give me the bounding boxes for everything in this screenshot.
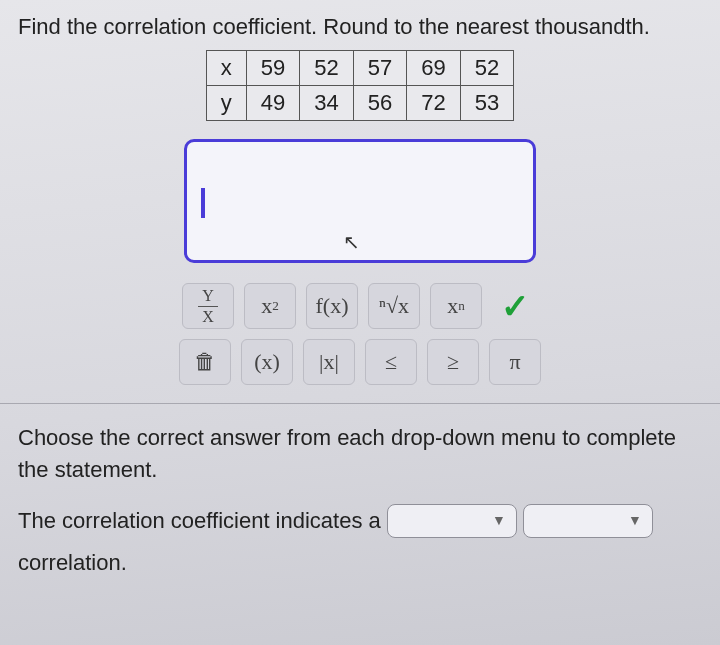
sentence-part-1: The correlation coefficient indicates a — [18, 500, 381, 542]
row-label-x: x — [206, 51, 246, 86]
fraction-button[interactable]: Y X — [182, 283, 234, 329]
cell: 52 — [300, 51, 353, 86]
math-toolbar: Y X x2 f(x) ⁿ√x xn ✓ 🗑 (x) |x| ≤ ≥ π — [18, 283, 702, 385]
x-squared-button[interactable]: x2 — [244, 283, 296, 329]
answer-input[interactable]: ↖ — [184, 139, 536, 263]
parentheses-button[interactable]: (x) — [241, 339, 293, 385]
section-divider — [0, 403, 720, 404]
table-row: y 49 34 56 72 53 — [206, 86, 513, 121]
text-cursor — [201, 188, 205, 218]
sentence-part-2-wrap: correlation. — [18, 542, 702, 584]
cell: 52 — [460, 51, 513, 86]
data-table: x 59 52 57 69 52 y 49 34 56 72 53 — [206, 50, 514, 121]
row-label-y: y — [206, 86, 246, 121]
cell: 59 — [246, 51, 299, 86]
fraction-numerator: Y — [198, 288, 218, 307]
nth-root-button[interactable]: ⁿ√x — [368, 283, 420, 329]
x-sub-n-button[interactable]: xn — [430, 283, 482, 329]
dropdown-1[interactable]: ▼ — [387, 504, 517, 538]
question-prompt: Find the correlation coefficient. Round … — [18, 14, 702, 40]
dropdown-instruction: Choose the correct answer from each drop… — [18, 422, 702, 486]
completion-sentence: The correlation coefficient indicates a … — [18, 500, 702, 542]
cell: 49 — [246, 86, 299, 121]
sentence-part-2: correlation. — [18, 542, 127, 584]
greater-equal-button[interactable]: ≥ — [427, 339, 479, 385]
less-equal-button[interactable]: ≤ — [365, 339, 417, 385]
trash-button[interactable]: 🗑 — [179, 339, 231, 385]
cell: 56 — [353, 86, 406, 121]
trash-icon: 🗑 — [194, 349, 216, 375]
cell: 57 — [353, 51, 406, 86]
fx-button[interactable]: f(x) — [306, 283, 358, 329]
fraction-denominator: X — [198, 307, 218, 325]
cell: 34 — [300, 86, 353, 121]
chevron-down-icon: ▼ — [628, 507, 642, 534]
cell: 72 — [407, 86, 460, 121]
cell: 53 — [460, 86, 513, 121]
checkmark-icon[interactable]: ✓ — [492, 283, 538, 329]
table-row: x 59 52 57 69 52 — [206, 51, 513, 86]
chevron-down-icon: ▼ — [492, 507, 506, 534]
absolute-value-button[interactable]: |x| — [303, 339, 355, 385]
cell: 69 — [407, 51, 460, 86]
pointer-icon: ↖ — [343, 230, 360, 254]
pi-button[interactable]: π — [489, 339, 541, 385]
dropdown-2[interactable]: ▼ — [523, 504, 653, 538]
